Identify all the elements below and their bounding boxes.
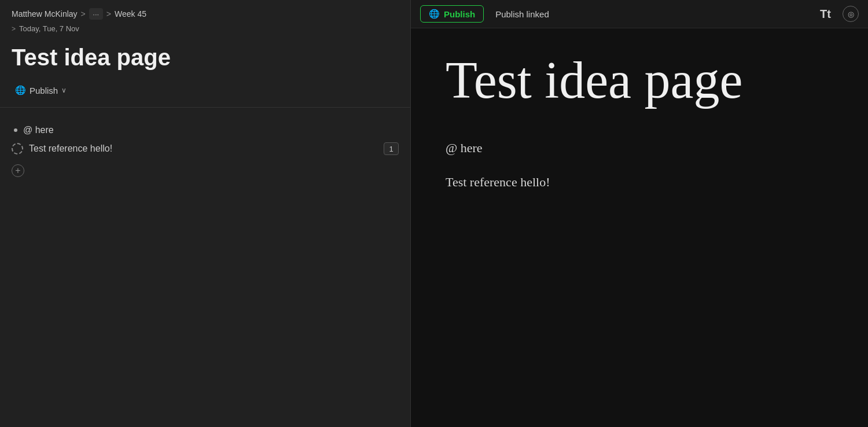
chevron-down-icon: ∨ (61, 86, 67, 94)
right-page-title: Test idea page (446, 51, 833, 109)
list-item[interactable]: Test reference hello! 1 (12, 139, 399, 159)
reference-text: Test reference hello! (29, 143, 378, 154)
right-toolbar: 🌐 Publish Publish linked Tt ◎ (411, 0, 868, 28)
bullet-text: @ here (23, 125, 54, 135)
reference-badge[interactable]: 1 (384, 142, 399, 155)
publish-button-right[interactable]: 🌐 Publish (420, 5, 484, 23)
reference-icon (12, 143, 23, 154)
publish-button-left[interactable]: 🌐 Publish ∨ (12, 83, 70, 98)
sub-breadcrumb-date: Today, Tue, 7 Nov (19, 24, 79, 33)
publish-label: Publish (30, 86, 58, 95)
globe-icon-right: 🌐 (429, 9, 440, 19)
publish-row: 🌐 Publish ∨ (0, 80, 410, 107)
breadcrumb-sep1: > (81, 9, 86, 19)
divider (0, 107, 410, 108)
typography-icon[interactable]: Tt (815, 5, 836, 23)
breadcrumb-author[interactable]: Matthew McKinlay (12, 9, 78, 19)
sub-breadcrumb: > Today, Tue, 7 Nov (0, 23, 410, 39)
bullet-icon (14, 128, 17, 132)
right-body-item-0: @ here (446, 138, 833, 158)
add-block-icon[interactable]: + (12, 164, 24, 177)
breadcrumb-week[interactable]: Week 45 (115, 9, 146, 19)
sub-breadcrumb-chevron: > (12, 25, 16, 33)
list-item[interactable]: @ here (12, 122, 399, 139)
breadcrumb: Matthew McKinlay > ··· > Week 45 (0, 0, 410, 23)
settings-circle-icon[interactable]: ◎ (843, 6, 859, 22)
right-body-item-1: Test reference hello! (446, 172, 833, 192)
right-content: Test idea page @ here Test reference hel… (411, 28, 868, 427)
breadcrumb-dots-button[interactable]: ··· (89, 8, 103, 20)
publish-right-label: Publish (444, 9, 475, 19)
add-item-row: + (12, 161, 399, 181)
content-area: @ here Test reference hello! 1 + (0, 117, 410, 427)
globe-icon: 🌐 (15, 85, 26, 95)
breadcrumb-sep2: > (106, 9, 111, 19)
right-panel: 🌐 Publish Publish linked Tt ◎ Test idea … (411, 0, 868, 427)
page-title: Test idea page (0, 39, 410, 80)
publish-linked-button[interactable]: Publish linked (491, 6, 554, 22)
left-panel: Matthew McKinlay > ··· > Week 45 > Today… (0, 0, 411, 427)
